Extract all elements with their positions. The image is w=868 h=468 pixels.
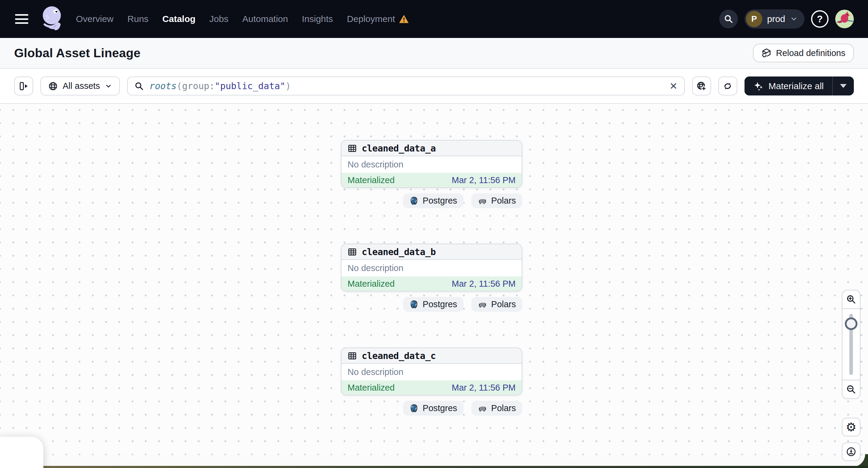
tag-polars[interactable]: Polars	[471, 401, 522, 415]
chevron-down-icon	[790, 15, 798, 23]
reload-definitions-button[interactable]: Reload definitions	[753, 44, 854, 62]
asset-tags: Postgres Polars	[341, 297, 522, 312]
materialization-timestamp[interactable]: Mar 2, 11:56 PM	[452, 279, 516, 289]
materialization-timestamp[interactable]: Mar 2, 11:56 PM	[452, 175, 516, 185]
environment-name: prod	[767, 14, 785, 24]
bottom-fade	[0, 450, 868, 466]
page-header: Global Asset Lineage Reload definitions	[0, 38, 868, 69]
status-badge: Materialized	[347, 279, 395, 289]
search-icon	[134, 81, 144, 91]
environment-switcher[interactable]: P prod	[745, 9, 804, 29]
asset-node-status-row: Materialized Mar 2, 11:56 PM	[342, 277, 522, 291]
globe-add-button[interactable]	[692, 76, 711, 95]
asset-scope-dropdown[interactable]: All assets	[40, 76, 120, 95]
user-avatar[interactable]	[835, 10, 854, 28]
asset-description: No description	[347, 160, 403, 169]
asset-node-body: No description	[342, 156, 522, 173]
globe-plus-icon	[696, 81, 707, 91]
materialize-options-button[interactable]	[832, 76, 854, 95]
tag-label: Postgres	[423, 299, 457, 309]
tag-polars[interactable]: Polars	[471, 193, 522, 208]
download-graph-button[interactable]	[842, 442, 861, 461]
asset-node-header: cleaned_data_b	[342, 244, 522, 260]
asset-lineage-canvas[interactable]: cleaned_data_a No description Materializ…	[0, 104, 868, 468]
tag-label: Postgres	[423, 196, 457, 206]
nav-item-overview[interactable]: Overview	[76, 14, 114, 24]
asset-node-block: cleaned_data_c No description Materializ…	[341, 347, 522, 415]
asset-selection-input[interactable]: roots(group:"public_data") ✕	[127, 76, 685, 95]
warning-icon	[399, 14, 409, 24]
octopus-logo-icon	[40, 4, 63, 33]
tag-label: Polars	[491, 196, 516, 206]
tag-label: Polars	[491, 299, 516, 309]
asset-node-cleaned-data-c[interactable]: cleaned_data_c No description Materializ…	[341, 347, 522, 396]
help-button[interactable]: ?	[811, 10, 829, 28]
asset-node-body: No description	[342, 364, 522, 380]
global-search-button[interactable]	[719, 10, 738, 28]
nav-item-catalog[interactable]: Catalog	[162, 14, 195, 24]
asset-node-block: cleaned_data_b No description Materializ…	[341, 244, 522, 312]
asset-node-cleaned-data-b[interactable]: cleaned_data_b No description Materializ…	[341, 244, 522, 291]
asset-node-status-row: Materialized Mar 2, 11:56 PM	[342, 380, 522, 395]
asset-node-cleaned-data-a[interactable]: cleaned_data_a No description Materializ…	[341, 140, 522, 188]
nav-item-jobs[interactable]: Jobs	[209, 14, 228, 24]
tag-polars[interactable]: Polars	[471, 297, 522, 312]
page-title: Global Asset Lineage	[14, 46, 141, 60]
zoom-out-button[interactable]	[842, 380, 860, 399]
status-badge: Materialized	[347, 175, 395, 185]
status-badge: Materialized	[347, 383, 395, 393]
dagster-logo[interactable]	[40, 4, 63, 33]
cardinal-avatar-icon	[835, 10, 854, 28]
reload-cube-icon	[762, 48, 772, 58]
chevron-down-icon	[105, 83, 112, 90]
top-navbar: Overview Runs Catalog Jobs Automation In…	[0, 0, 868, 38]
tag-postgres[interactable]: Postgres	[403, 193, 463, 208]
asset-node-header: cleaned_data_a	[342, 141, 522, 156]
asset-scope-label: All assets	[63, 81, 100, 91]
asset-tags: Postgres Polars	[341, 401, 522, 415]
asset-tags: Postgres Polars	[341, 193, 522, 208]
postgres-icon	[409, 300, 418, 309]
expand-panel-button[interactable]	[14, 76, 33, 95]
materialize-split-button: Materialize all	[745, 76, 854, 95]
nav-item-runs[interactable]: Runs	[127, 14, 149, 24]
clear-query-button[interactable]: ✕	[670, 81, 678, 92]
nav-item-deployment[interactable]: Deployment	[347, 14, 409, 24]
materialize-all-label: Materialize all	[769, 81, 824, 91]
materialization-timestamp[interactable]: Mar 2, 11:56 PM	[452, 383, 516, 393]
table-icon	[347, 144, 357, 153]
zoom-in-button[interactable]	[842, 290, 860, 309]
table-icon	[347, 247, 357, 257]
asset-name: cleaned_data_b	[362, 247, 436, 257]
tag-postgres[interactable]: Postgres	[403, 297, 463, 312]
globe-icon	[48, 81, 58, 91]
navbar-right-cluster: P prod ?	[719, 9, 854, 29]
tag-label: Postgres	[423, 403, 457, 413]
environment-avatar: P	[746, 11, 762, 27]
asset-node-status-row: Materialized Mar 2, 11:56 PM	[342, 173, 522, 187]
polars-icon	[478, 196, 487, 206]
lineage-toolbar: All assets roots(group:"public_data") ✕	[0, 69, 868, 104]
download-icon	[846, 447, 856, 457]
zoom-out-icon	[846, 384, 856, 395]
reload-definitions-label: Reload definitions	[776, 48, 845, 58]
zoom-slider[interactable]	[842, 309, 860, 380]
nav-item-insights[interactable]: Insights	[302, 14, 333, 24]
asset-name: cleaned_data_a	[362, 143, 436, 154]
zoom-slider-handle[interactable]	[845, 317, 858, 330]
refresh-icon	[722, 81, 733, 91]
asset-description: No description	[347, 263, 403, 273]
sparkles-icon	[753, 81, 764, 92]
refresh-button[interactable]	[718, 76, 737, 95]
materialize-all-button[interactable]: Materialize all	[745, 76, 832, 95]
menu-button[interactable]	[15, 14, 28, 24]
minimap[interactable]	[0, 437, 43, 468]
tag-postgres[interactable]: Postgres	[403, 401, 463, 415]
nav-item-automation[interactable]: Automation	[242, 14, 288, 24]
window-bottom-edge	[0, 466, 868, 468]
postgres-icon	[409, 196, 418, 206]
query-text: roots(group:"public_data")	[149, 81, 291, 91]
graph-settings-button[interactable]: ⚙	[842, 418, 861, 436]
zoom-controls	[842, 290, 861, 399]
open-panel-icon	[19, 81, 29, 91]
